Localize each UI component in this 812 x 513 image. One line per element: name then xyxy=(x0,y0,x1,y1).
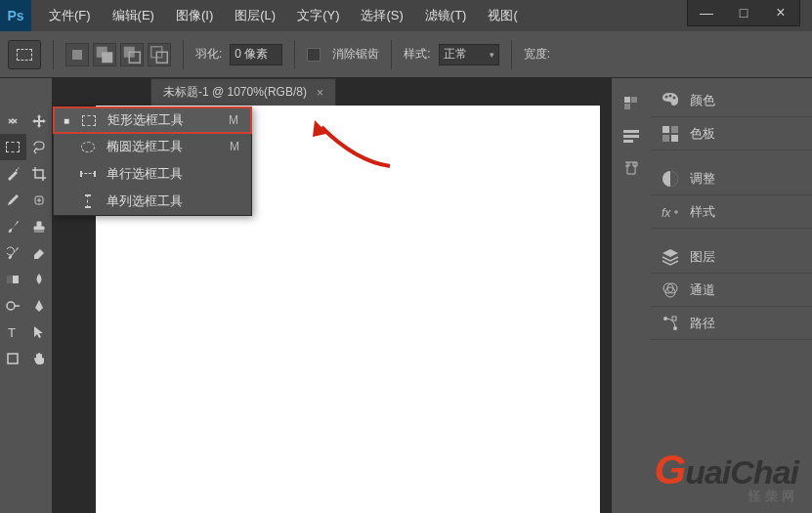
width-label: 宽度: xyxy=(524,46,550,63)
tab-close-button[interactable]: × xyxy=(317,86,323,100)
panel-label: 样式 xyxy=(690,203,715,221)
flyout-item-shortcut: M xyxy=(229,113,238,127)
flyout-row-marquee[interactable]: 单行选框工具 xyxy=(54,160,251,188)
dodge-tool[interactable] xyxy=(0,292,26,319)
panel-layers[interactable]: 图层 xyxy=(651,240,812,274)
svg-rect-1 xyxy=(102,52,112,63)
panel-swatches[interactable]: 色板 xyxy=(651,117,812,150)
rect-marquee-icon xyxy=(6,142,20,152)
panel-color[interactable]: 颜色 xyxy=(651,84,812,117)
menu-type[interactable]: 文字(Y) xyxy=(287,1,349,30)
ellipse-marquee-icon xyxy=(79,142,97,152)
gradient-tool[interactable] xyxy=(0,266,26,292)
svg-text:fx: fx xyxy=(662,206,671,220)
svg-rect-10 xyxy=(7,276,13,283)
flyout-col-marquee[interactable]: 单列选框工具 xyxy=(54,188,251,215)
antialias-checkbox[interactable] xyxy=(307,48,321,62)
maximize-button[interactable]: □ xyxy=(725,0,762,25)
svg-rect-17 xyxy=(623,130,639,133)
svg-point-7 xyxy=(19,167,20,168)
panel-adjustments[interactable]: 调整 xyxy=(651,162,812,195)
spacer xyxy=(651,150,812,162)
panel-paths[interactable]: 路径 xyxy=(651,307,812,340)
history-brush-tool[interactable] xyxy=(0,239,26,266)
current-tool-icon[interactable] xyxy=(8,40,41,69)
hand-tool[interactable] xyxy=(26,345,53,371)
marquee-tool-flyout: ■ 矩形选框工具 M 椭圆选框工具 M 单行选框工具 单列选框工具 xyxy=(53,107,252,216)
healing-tool[interactable] xyxy=(26,187,53,213)
stamp-tool[interactable] xyxy=(26,213,53,239)
menu-image[interactable]: 图像(I) xyxy=(166,1,223,30)
window-controls: — □ × xyxy=(687,0,800,26)
eraser-tool[interactable] xyxy=(26,239,53,266)
svg-point-31 xyxy=(665,287,675,297)
menu-bar: 文件(F) 编辑(E) 图像(I) 图层(L) 文字(Y) 选择(S) 滤镜(T… xyxy=(39,1,528,30)
menu-file[interactable]: 文件(F) xyxy=(39,1,101,30)
selection-add-button[interactable] xyxy=(93,43,116,66)
title-bar: Ps 文件(F) 编辑(E) 图像(I) 图层(L) 文字(Y) 选择(S) 滤… xyxy=(0,0,812,31)
pen-tool[interactable] xyxy=(26,292,53,319)
watermark-g: G xyxy=(655,447,686,492)
annotation-arrow xyxy=(307,117,395,176)
flyout-item-shortcut: M xyxy=(230,140,239,153)
style-select[interactable]: 正常 ▾ xyxy=(439,44,499,65)
flyout-ellipse-marquee[interactable]: 椭圆选框工具 M xyxy=(54,133,251,160)
marquee-tool[interactable] xyxy=(0,134,26,160)
lasso-tool[interactable] xyxy=(26,134,53,160)
menu-view[interactable]: 视图( xyxy=(478,1,527,30)
crop-tool[interactable] xyxy=(26,160,53,187)
canvas-area: 未标题-1 @ 1070%(RGB/8) × ■ 矩形选框工具 M 椭圆选框工具… xyxy=(53,78,611,513)
watermark: GuaiChai 怪柴网 xyxy=(655,447,798,505)
selection-subtract-button[interactable] xyxy=(120,43,144,66)
character-dock-icon[interactable] xyxy=(615,153,648,183)
menu-edit[interactable]: 编辑(E) xyxy=(103,1,164,30)
type-tool[interactable]: T xyxy=(0,319,26,345)
antialias-label: 消除锯齿 xyxy=(332,46,379,63)
menu-select[interactable]: 选择(S) xyxy=(351,1,412,30)
svg-rect-26 xyxy=(671,135,678,142)
svg-rect-19 xyxy=(623,140,633,143)
menu-layer[interactable]: 图层(L) xyxy=(225,1,285,30)
path-select-tool[interactable] xyxy=(26,319,53,345)
svg-rect-14 xyxy=(624,97,630,103)
blur-tool[interactable] xyxy=(26,266,53,292)
document-tab-title: 未标题-1 @ 1070%(RGB/8) xyxy=(163,84,307,101)
svg-text:T: T xyxy=(8,325,16,340)
eyedropper-tool[interactable] xyxy=(0,187,26,213)
document-tab[interactable]: 未标题-1 @ 1070%(RGB/8) × xyxy=(150,78,336,106)
palette-icon xyxy=(661,91,680,110)
svg-rect-13 xyxy=(8,354,18,363)
selection-intersect-button[interactable] xyxy=(148,43,171,66)
move-tool[interactable] xyxy=(26,107,53,134)
wand-tool[interactable] xyxy=(0,160,26,187)
feather-input[interactable] xyxy=(230,44,282,65)
expand-tools-button[interactable] xyxy=(0,107,26,134)
brush-tool[interactable] xyxy=(0,213,26,239)
shape-tool[interactable] xyxy=(0,345,26,371)
square-icon xyxy=(72,50,82,60)
properties-dock-icon[interactable] xyxy=(615,121,648,150)
bullet-icon: ■ xyxy=(63,115,70,126)
spacer xyxy=(651,229,812,240)
panel-styles[interactable]: fx 样式 xyxy=(651,195,812,229)
divider xyxy=(53,40,54,69)
flyout-rect-marquee[interactable]: ■ 矩形选框工具 M xyxy=(53,107,252,134)
paths-icon xyxy=(661,314,680,333)
minimize-button[interactable]: — xyxy=(688,0,725,25)
rect-marquee-icon xyxy=(17,49,32,61)
svg-rect-18 xyxy=(623,135,639,138)
flyout-item-label: 单行选框工具 xyxy=(107,165,230,183)
panel-label: 图层 xyxy=(690,248,715,266)
menu-filter[interactable]: 滤镜(T) xyxy=(415,1,477,30)
svg-point-11 xyxy=(7,302,15,310)
panel-label: 路径 xyxy=(690,315,715,332)
dock-strip xyxy=(612,78,651,513)
col-marquee-icon xyxy=(79,194,97,208)
swatches-icon xyxy=(661,124,680,144)
close-button[interactable]: × xyxy=(762,0,799,25)
selection-new-button[interactable] xyxy=(65,43,89,66)
selection-mode-group xyxy=(65,43,171,66)
panel-channels[interactable]: 通道 xyxy=(651,274,812,307)
panel-label: 通道 xyxy=(690,281,715,299)
history-dock-icon[interactable] xyxy=(615,89,648,118)
